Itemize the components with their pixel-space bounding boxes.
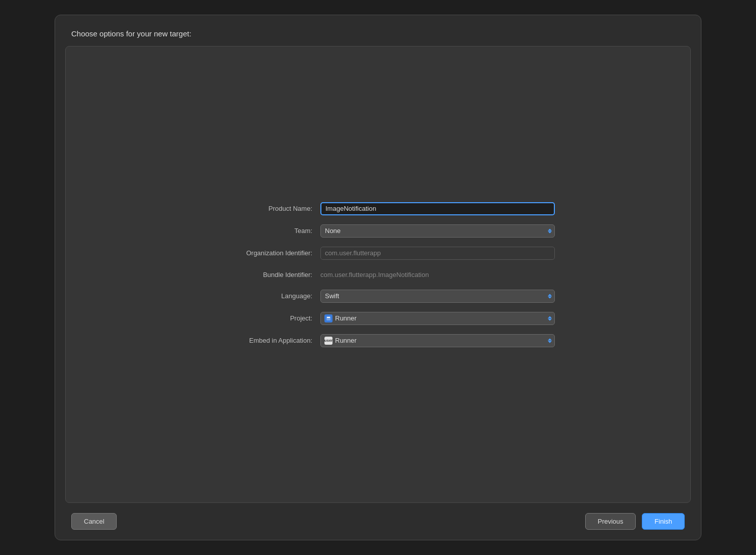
form-container: Product Name: Team: None xyxy=(201,202,555,347)
product-name-control xyxy=(320,202,555,215)
embed-label: Embed in Application: xyxy=(201,337,312,344)
org-id-input[interactable] xyxy=(320,247,555,260)
main-dialog: Choose options for your new target: Prod… xyxy=(55,15,701,540)
dialog-content: Product Name: Team: None xyxy=(65,46,691,503)
language-label: Language: xyxy=(201,292,312,300)
dialog-footer: Cancel Previous Finish xyxy=(55,503,701,540)
bundle-id-control: com.user.flutterapp.ImageNotification xyxy=(320,269,555,281)
embed-control: Runner user xyxy=(320,334,555,347)
dialog-title: Choose options for your new target: xyxy=(55,15,701,46)
product-name-row: Product Name: xyxy=(201,202,555,215)
bundle-id-row: Bundle Identifier: com.user.flutterapp.I… xyxy=(201,269,555,281)
embed-select-wrapper: Runner user xyxy=(320,334,555,347)
org-id-row: Organization Identifier: xyxy=(201,247,555,260)
language-select[interactable]: Swift Objective-C xyxy=(320,290,555,303)
org-id-control xyxy=(320,247,555,260)
cancel-button[interactable]: Cancel xyxy=(71,513,117,530)
finish-button[interactable]: Finish xyxy=(642,513,685,530)
previous-button[interactable]: Previous xyxy=(585,513,636,530)
team-control: None xyxy=(320,224,555,238)
embed-row: Embed in Application: Runner user xyxy=(201,334,555,347)
product-name-input[interactable] xyxy=(320,202,555,215)
language-control: Swift Objective-C xyxy=(320,290,555,303)
team-label: Team: xyxy=(201,227,312,235)
org-id-label: Organization Identifier: xyxy=(201,249,312,257)
bundle-id-value: com.user.flutterapp.ImageNotification xyxy=(320,269,555,281)
project-label: Project: xyxy=(201,314,312,322)
team-row: Team: None xyxy=(201,224,555,238)
team-select-wrapper: None xyxy=(320,224,555,238)
team-select[interactable]: None xyxy=(320,224,555,238)
product-name-label: Product Name: xyxy=(201,205,312,212)
project-select-wrapper: Runner xyxy=(320,312,555,325)
project-row: Project: Runner xyxy=(201,312,555,325)
bundle-id-label: Bundle Identifier: xyxy=(201,271,312,279)
footer-right-buttons: Previous Finish xyxy=(585,513,685,530)
project-select[interactable]: Runner xyxy=(320,312,555,325)
project-control: Runner xyxy=(320,312,555,325)
language-row: Language: Swift Objective-C xyxy=(201,290,555,303)
language-select-wrapper: Swift Objective-C xyxy=(320,290,555,303)
embed-select[interactable]: Runner xyxy=(320,334,555,347)
